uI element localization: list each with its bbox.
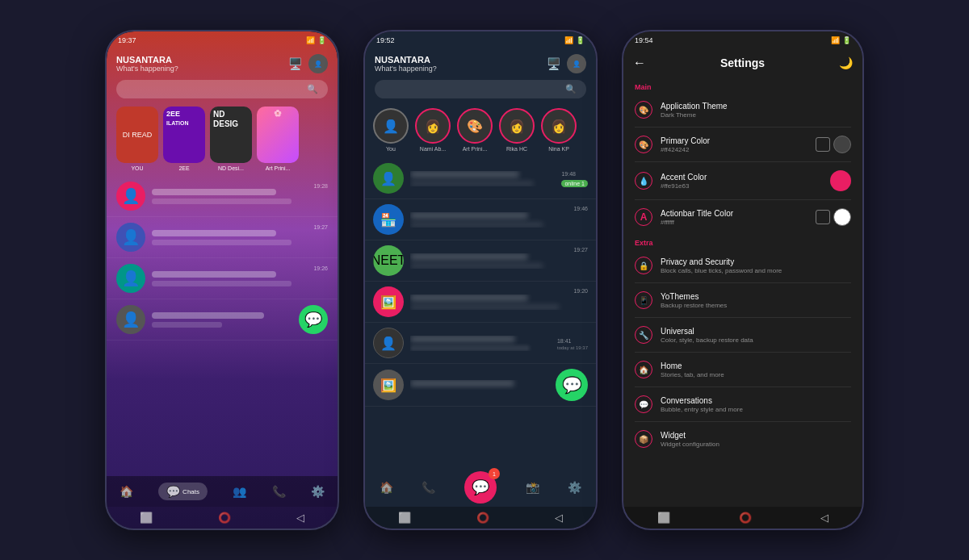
story-you-2[interactable]: 👤 You xyxy=(373,108,409,152)
android-nav-1: ⬜ ⭕ ◁ xyxy=(107,507,338,529)
primary-swatch-circle xyxy=(833,136,851,153)
universal-title: Universal xyxy=(661,327,851,336)
story-item-3[interactable]: NDDESIG ND Desi... xyxy=(210,107,252,171)
nav-home-1[interactable]: 🏠 xyxy=(120,485,133,498)
online-badge-1: online 1 xyxy=(561,180,588,187)
settings-universal[interactable]: 🔧 Universal Color, style, backup restore… xyxy=(623,320,862,350)
spacer-3 xyxy=(623,454,862,507)
settings-actionbar-color[interactable]: A Actionbar Title Color #ffffff xyxy=(623,202,862,232)
divider-3 xyxy=(635,199,851,200)
chat-item-4[interactable]: 👤 💬 xyxy=(107,299,338,341)
p2-fab-chats[interactable]: 💬 1 xyxy=(464,471,497,504)
settings-back-btn[interactable]: ← xyxy=(633,56,646,70)
avatar-1[interactable]: 👤 xyxy=(308,54,328,73)
circle-btn-3[interactable]: ⭕ xyxy=(739,512,752,524)
settings-app-theme[interactable]: 🎨 Application Theme Dark Theme xyxy=(623,94,862,125)
p2-time-5: 18:41 xyxy=(557,338,572,344)
story-label-you: YOU xyxy=(131,165,143,171)
p2-chat-4[interactable]: 🖼️ 19:20 xyxy=(365,282,596,323)
p2-name-blur-1 xyxy=(410,171,519,178)
p2-today-5: today at 19:37 xyxy=(557,345,588,350)
story-circles-2: 👤 You 👩 Nami Ab... 🎨 Art Prini... 👩 Rika… xyxy=(365,102,596,158)
story-item-you[interactable]: DI READ YOU xyxy=(116,107,158,171)
chat-item-3[interactable]: 👤 19:26 xyxy=(107,258,338,299)
search-icon-1: 🔍 xyxy=(307,84,318,94)
p2-chat-3[interactable]: NEET 19:27 xyxy=(365,240,596,282)
header-icons-2: 🖥️ 👤 xyxy=(547,54,586,73)
settings-primary-color[interactable]: 🎨 Primary Color #ff424242 xyxy=(623,129,862,160)
settings-widget[interactable]: 📦 Widget Widget configuration xyxy=(623,424,862,454)
p2-chat-2[interactable]: 🏪 19:46 xyxy=(365,199,596,240)
p2-avatar-2: 🏪 xyxy=(373,204,404,235)
story-item-2[interactable]: 2EEILATION 2EE xyxy=(163,107,205,171)
story-thumb-4: 🌸 xyxy=(257,107,299,163)
primary-color-icon: 🎨 xyxy=(635,136,652,153)
story-circle-nami: 👩 xyxy=(415,108,451,144)
story-art-2[interactable]: 🎨 Art Prini... xyxy=(457,108,493,152)
settings-privacy[interactable]: 🔒 Privacy and Security Block calls, blue… xyxy=(623,250,862,281)
nav-chats-1[interactable]: 💬 Chats xyxy=(158,483,208,500)
settings-title: Settings xyxy=(652,56,833,69)
story-name-you: You xyxy=(386,146,396,152)
circle-btn-2[interactable]: ⭕ xyxy=(476,512,489,524)
settings-accent-color[interactable]: 💧 Accent Color #ffe91e63 xyxy=(623,164,862,198)
story-item-4[interactable]: 🌸 Art Prini... xyxy=(257,107,299,171)
primary-content: Primary Color #ff424242 xyxy=(661,136,808,153)
avatar-2[interactable]: 👤 xyxy=(567,54,586,73)
p2-msg-blur-3 xyxy=(410,263,543,269)
story-nina-2[interactable]: 👩 Nina KP xyxy=(541,108,577,152)
story-label-3: ND Desi... xyxy=(218,165,244,171)
settings-conversations[interactable]: 💬 Conversations Bubble, entry style and … xyxy=(623,389,862,420)
chat-item-1[interactable]: 👤 19:28 xyxy=(107,176,338,217)
nav-calls-1[interactable]: 📞 xyxy=(272,485,286,498)
settings-home[interactable]: 🏠 Home Stories, tab, and more xyxy=(623,354,862,385)
actionbar-sub: #ffffff xyxy=(661,219,808,226)
monitor-icon-2[interactable]: 🖥️ xyxy=(547,57,560,70)
back-btn-1[interactable]: ◁ xyxy=(296,512,304,524)
p2-chat-5[interactable]: 👤 18:41 today at 19:37 xyxy=(365,323,596,364)
app-header-1: NUSANTARA What's happening? 🖥️ 👤 xyxy=(107,49,338,77)
chats-icon-1: 💬 xyxy=(166,485,180,498)
back-btn-3[interactable]: ◁ xyxy=(820,512,828,524)
story-nami-2[interactable]: 👩 Nami Ab... xyxy=(415,108,451,152)
story-rika-2[interactable]: 👩 Rika HC xyxy=(499,108,535,152)
chat-content-4 xyxy=(152,312,292,328)
circle-btn-1[interactable]: ⭕ xyxy=(218,512,231,524)
back-btn-2[interactable]: ◁ xyxy=(555,512,563,524)
p2-name-blur-5 xyxy=(410,336,515,342)
chat-name-3 xyxy=(152,271,276,278)
settings-yothemes[interactable]: 📱 YoThemes Backup restore themes xyxy=(623,285,862,316)
phone-1: 19:37 📶 🔋 NUSANTARA What's happening? 🖥️… xyxy=(105,30,339,530)
search-bar-1[interactable]: 🔍 xyxy=(116,80,328,98)
story-label-2: 2EE xyxy=(178,165,189,171)
p2-content-6 xyxy=(410,380,549,390)
p2-chat-6[interactable]: 🖼️ 💬 xyxy=(365,364,596,407)
square-btn-3[interactable]: ⬜ xyxy=(657,512,670,524)
nav-settings-1[interactable]: ⚙️ xyxy=(311,485,325,498)
whatsapp-fab-1[interactable]: 💬 xyxy=(299,305,328,334)
p2-avatar-6: 🖼️ xyxy=(373,370,404,400)
primary-sub: #ff424242 xyxy=(661,146,808,153)
p2-nav-home[interactable]: 🏠 xyxy=(380,481,393,494)
square-btn-1[interactable]: ⬜ xyxy=(140,512,153,524)
p2-msg-blur-4 xyxy=(410,304,560,310)
search-bar-2[interactable]: 🔍 xyxy=(375,80,586,98)
settings-night-icon[interactable]: 🌙 xyxy=(839,56,853,69)
p2-nav-calls[interactable]: 📞 xyxy=(422,481,435,494)
monitor-icon-1[interactable]: 🖥️ xyxy=(288,57,302,70)
square-btn-2[interactable]: ⬜ xyxy=(398,512,411,524)
divider-2 xyxy=(635,161,851,162)
whatsapp-fab-2[interactable]: 💬 xyxy=(556,369,588,401)
nav-contacts-1[interactable]: 👥 xyxy=(233,485,246,498)
phone-2: 19:52 📶 🔋 NUSANTARA What's happening? 🖥️… xyxy=(363,30,598,530)
p2-nav-settings[interactable]: ⚙️ xyxy=(568,481,581,494)
story-name-rika: Rika HC xyxy=(506,146,527,152)
theme-content: Application Theme Dark Theme xyxy=(661,102,851,119)
p2-nav-camera[interactable]: 📸 xyxy=(526,481,539,494)
app-subtitle-2: What's happening? xyxy=(375,65,437,73)
chat-name-4 xyxy=(152,312,264,319)
chats-label-1: Chats xyxy=(182,488,199,495)
chat-item-2[interactable]: 👤 19:27 xyxy=(107,217,338,258)
story-label-4: Art Prini... xyxy=(266,165,291,171)
p2-chat-1[interactable]: 👤 19:48 online 1 xyxy=(365,158,596,199)
